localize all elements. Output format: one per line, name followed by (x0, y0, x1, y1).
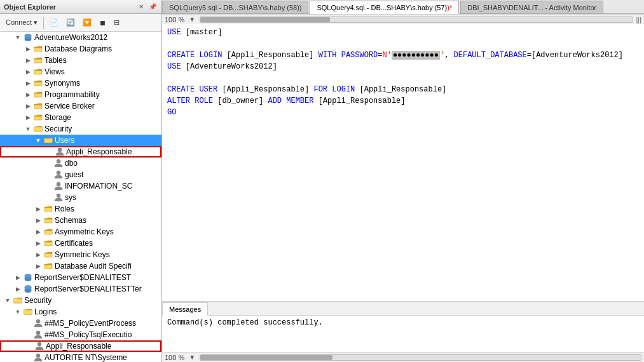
expand-btn-logins[interactable]: ▼ (13, 309, 23, 315)
tree-item-views[interactable]: ▶Views (0, 66, 161, 77)
expand-btn-reportserver[interactable]: ▶ (13, 274, 23, 281)
tree-item-storage[interactable]: ▶Storage (0, 112, 161, 123)
filter-button[interactable]: 🔽 (79, 17, 95, 29)
folder-icon-certificates (43, 238, 53, 248)
scroll-indicator: ||| (636, 16, 641, 23)
results-message: Command(s) completed successfully. (167, 318, 323, 327)
tab-bar: SQLQuery5.sql - DB...SHABY\s.haby (58))S… (162, 0, 644, 14)
results-panel: Messages Command(s) completed successful… (162, 301, 644, 352)
expand-btn-storage[interactable]: ▶ (23, 114, 33, 121)
tree-item-users[interactable]: ▼Users (0, 135, 161, 146)
expand-btn-views[interactable]: ▶ (23, 69, 33, 75)
toolbar-separator (43, 17, 44, 29)
expand-btn-synonyms[interactable]: ▶ (23, 80, 33, 86)
user-icon-ms-policy-event (33, 318, 43, 328)
refresh-button[interactable]: 🔄 (63, 17, 78, 29)
expand-btn-schemas[interactable]: ▶ (33, 217, 43, 224)
folder-icon-database-diagrams (33, 44, 43, 54)
expand-btn-service-broker[interactable]: ▶ (23, 103, 33, 109)
collapse-button[interactable]: ⊟ (111, 17, 123, 29)
tree-item-database-diagrams[interactable]: ▶Database Diagrams (0, 43, 161, 55)
user-icon-sys (53, 192, 64, 203)
messages-tab[interactable]: Messages (162, 302, 208, 316)
tree-item-tables[interactable]: ▶Tables (0, 55, 161, 66)
tree-label-views: Views (45, 67, 65, 76)
panel-close-button[interactable]: ✕ (136, 2, 146, 12)
tree-item-schemas[interactable]: ▶Schemas (0, 215, 161, 226)
expand-btn-tables[interactable]: ▶ (23, 57, 33, 64)
tree-item-logins[interactable]: ▼Logins (0, 306, 161, 318)
expand-btn-users[interactable]: ▼ (33, 137, 43, 144)
expand-btn-programmability[interactable]: ▶ (23, 91, 33, 98)
expand-btn-database-audit[interactable]: ▶ (33, 263, 43, 269)
tree-item-symmetric-keys[interactable]: ▶Symmetric Keys (0, 249, 161, 260)
tree-item-certificates[interactable]: ▶Certificates (0, 238, 161, 249)
code-line: GO (167, 107, 639, 118)
tree-item-appli-responsable[interactable]: ▶Appli_Responsable (0, 146, 161, 158)
horizontal-scrollbar[interactable] (200, 17, 633, 23)
expand-btn-symmetric-keys[interactable]: ▶ (33, 251, 43, 258)
tree-item-ms-policy-tsql[interactable]: ▶##MS_PolicyTsqlExecutio (0, 329, 161, 340)
tree-item-security-root[interactable]: ▼Security (0, 295, 161, 306)
tree-label-appli-responsable: Appli_Responsable (66, 147, 132, 156)
tree-item-appli-responsable2[interactable]: ▶Appli_Responsable (0, 340, 161, 352)
tree-container: ▼AdventureWorks2012▶Database Diagrams▶Ta… (0, 32, 161, 362)
svg-point-8 (57, 182, 60, 186)
tree-item-reportserver[interactable]: ▶ReportServer$DENALITEST (0, 272, 161, 283)
connect-button[interactable]: Connect ▾ (3, 17, 41, 29)
tree-item-roles[interactable]: ▶Roles (0, 203, 161, 215)
tree-item-adventureworks2012[interactable]: ▼AdventureWorks2012 (0, 32, 161, 43)
expand-btn-security-root[interactable]: ▼ (3, 297, 13, 304)
tree-item-dbo[interactable]: ▶dbo (0, 158, 161, 169)
expand-btn-asymmetric-keys[interactable]: ▶ (33, 229, 43, 235)
tree-item-autorite-nt[interactable]: ▶AUTORITE NT\Systeme (0, 352, 161, 362)
new-query-button[interactable]: 📄 (46, 17, 62, 29)
tree-item-reportservertemp[interactable]: ▶ReportServer$DENALITESTTer (0, 283, 161, 295)
tree-item-ms-policy-event[interactable]: ▶##MS_PolicyEventProcess (0, 318, 161, 329)
folder-icon-service-broker (33, 101, 43, 111)
tree-label-database-audit: Database Audit Specifi (55, 262, 132, 271)
bottom-scrollbar[interactable]: 100 % ▼ (162, 352, 644, 362)
code-editor[interactable]: USE [master] CREATE LOGIN [Appli_Respons… (162, 24, 644, 301)
bottom-zoom-dropdown[interactable]: ▼ (187, 352, 197, 363)
tree-item-sys[interactable]: ▶sys (0, 192, 161, 203)
stop-button[interactable]: ⏹ (96, 17, 109, 29)
user-icon-appli-responsable2 (34, 341, 45, 351)
folder-icon-users (43, 135, 53, 145)
tree-item-synonyms[interactable]: ▶Synonyms (0, 77, 161, 89)
expand-btn-database-diagrams[interactable]: ▶ (23, 46, 33, 52)
code-line: USE [master] (167, 27, 639, 38)
tree-item-programmability[interactable]: ▶Programmability (0, 89, 161, 100)
messages-tab-label: Messages (169, 305, 201, 313)
tree-item-security-aw[interactable]: ▼Security (0, 123, 161, 135)
panel-pin-button[interactable]: 📌 (147, 2, 158, 12)
expand-btn-certificates[interactable]: ▶ (33, 240, 43, 246)
tab-tab3[interactable]: DBI_SHABY\DENALIT... - Activity Monitor (460, 1, 603, 13)
tree-label-sys: sys (65, 193, 76, 202)
tree-label-adventureworks2012: AdventureWorks2012 (34, 33, 107, 42)
tree-item-guest[interactable]: ▶guest (0, 169, 161, 180)
user-icon-guest (53, 170, 64, 180)
tree-item-service-broker[interactable]: ▶Service Broker (0, 100, 161, 112)
zoom-dropdown-button[interactable]: ▼ (187, 15, 197, 25)
tree-item-information-sc[interactable]: ▶INFORMATION_SC (0, 180, 161, 192)
folder-icon-tables (33, 55, 43, 65)
expand-btn-adventureworks2012[interactable]: ▼ (13, 34, 23, 41)
expand-btn-roles[interactable]: ▶ (33, 206, 43, 212)
tab-tab2[interactable]: SQLQuery4.sql - DB...SHABY\s.haby (57))* (310, 1, 459, 14)
tree-label-programmability: Programmability (45, 90, 100, 99)
svg-point-23 (36, 354, 40, 358)
tree-label-reportservertemp: ReportServer$DENALITESTTer (34, 285, 142, 293)
tree-item-asymmetric-keys[interactable]: ▶Asymmetric Keys (0, 226, 161, 238)
object-explorer-panel: Object Explorer ✕ 📌 Connect ▾ 📄 🔄 🔽 ⏹ ⊟ … (0, 0, 162, 362)
user-icon-dbo (53, 158, 64, 168)
scroll-thumb (200, 17, 330, 22)
tree-label-storage: Storage (45, 113, 71, 122)
tab-tab1[interactable]: SQLQuery5.sql - DB...SHABY\s.haby (58)) (162, 1, 308, 13)
tree-label-symmetric-keys: Symmetric Keys (55, 250, 110, 259)
expand-btn-reportservertemp[interactable]: ▶ (13, 286, 23, 292)
bottom-scroll-track[interactable] (200, 354, 641, 361)
editor-top-scrollbar: 100 % ▼ ||| (162, 14, 644, 24)
tree-item-database-audit[interactable]: ▶Database Audit Specifi (0, 260, 161, 272)
expand-btn-security-aw[interactable]: ▼ (23, 126, 33, 132)
